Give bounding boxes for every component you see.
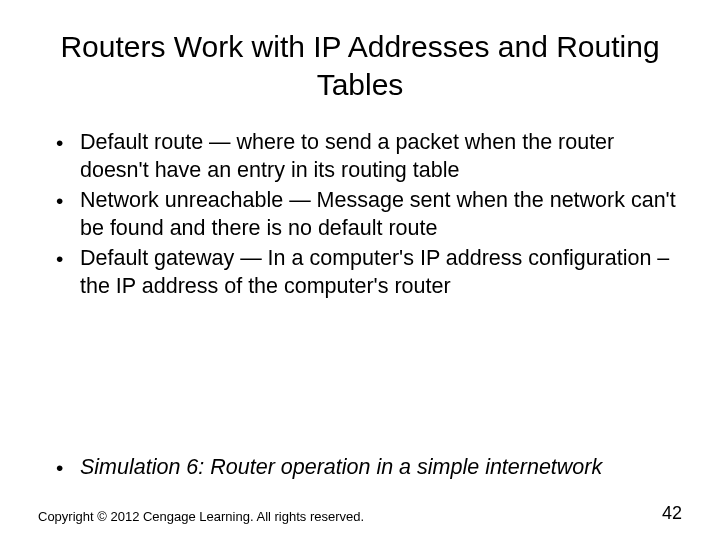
list-item: Default gateway — In a computer's IP add… (56, 245, 682, 301)
simulation-item: Simulation 6: Router operation in a simp… (56, 454, 682, 482)
simulation-block: Simulation 6: Router operation in a simp… (38, 454, 682, 482)
footer: Copyright © 2012 Cengage Learning. All r… (38, 503, 682, 524)
list-item: Default route — where to send a packet w… (56, 129, 682, 185)
page-number: 42 (662, 503, 682, 524)
bullet-list: Default route — where to send a packet w… (38, 129, 682, 301)
slide-title: Routers Work with IP Addresses and Routi… (38, 28, 682, 103)
copyright-text: Copyright © 2012 Cengage Learning. All r… (38, 509, 364, 524)
list-item: Network unreachable — Message sent when … (56, 187, 682, 243)
